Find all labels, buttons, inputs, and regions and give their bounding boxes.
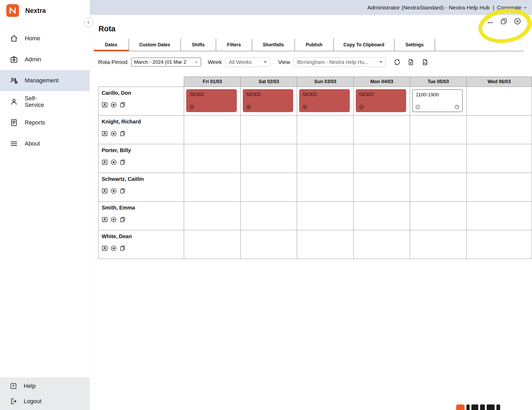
rota-cell[interactable] — [184, 173, 241, 202]
rota-cell[interactable] — [410, 144, 467, 173]
view-value: Birmingham - Nextra Help Hu... — [297, 59, 377, 65]
rota-cell[interactable]: SICKD — [184, 87, 241, 116]
sidebar-item-admin[interactable]: Admin — [0, 49, 90, 70]
sidebar-item-about[interactable]: About — [0, 133, 90, 154]
employee-profile-icon[interactable] — [101, 159, 108, 166]
employee-copy-icon[interactable] — [119, 245, 126, 252]
tab-filters[interactable]: Filters — [216, 39, 252, 51]
sidebar-item-help[interactable]: Help — [0, 378, 90, 394]
rota-cell[interactable] — [466, 202, 532, 230]
employee-copy-icon[interactable] — [119, 101, 126, 108]
tab-custom-dates[interactable]: Custom Dates — [129, 39, 181, 51]
rota-cell[interactable] — [410, 173, 467, 202]
rota-period-value: March - 2024 (01 Mar 2 — [134, 59, 194, 65]
employee-schedule-icon[interactable] — [110, 245, 117, 252]
sick-entry-block[interactable]: SICKD — [243, 89, 293, 112]
circle-grid-icon — [302, 104, 308, 110]
sidebar-item-self-service[interactable]: Self-Service — [0, 91, 90, 112]
rota-cell[interactable] — [354, 144, 410, 173]
rota-cell[interactable] — [297, 144, 354, 173]
rota-cell[interactable] — [354, 116, 410, 144]
topbar-user-text: Administrator (NextraStandard) - Nextra … — [367, 4, 490, 11]
rota-cell[interactable] — [297, 173, 354, 202]
employee-profile-icon[interactable] — [101, 101, 108, 108]
employee-actions — [101, 187, 184, 194]
employee-copy-icon[interactable] — [119, 130, 126, 137]
rota-cell[interactable] — [184, 230, 241, 259]
rota-cell[interactable] — [466, 87, 532, 116]
org-dropdown[interactable]: Corporate — [497, 4, 528, 11]
employee-cell: Porter, Billy — [98, 144, 184, 173]
view-select[interactable]: Birmingham - Nextra Help Hu... — [294, 57, 386, 67]
rota-cell[interactable] — [466, 116, 532, 144]
employee-copy-icon[interactable] — [119, 159, 126, 166]
rota-cell[interactable] — [297, 230, 354, 259]
rota-cell[interactable] — [241, 230, 297, 259]
employee-copy-icon[interactable] — [119, 187, 126, 194]
rota-cell[interactable] — [354, 173, 410, 202]
header-spacer — [98, 77, 184, 87]
rota-cell[interactable] — [297, 116, 354, 144]
export-excel-button[interactable] — [407, 58, 415, 66]
shift-entry-block[interactable]: 1100-1900 — [412, 89, 463, 112]
export-pdf-button[interactable] — [421, 58, 429, 66]
rota-cell[interactable]: SICKD — [354, 87, 410, 116]
rota-cell[interactable] — [241, 173, 297, 202]
sick-entry-block[interactable]: SICKD — [299, 89, 350, 112]
employee-profile-icon[interactable] — [101, 130, 108, 137]
sidebar-item-label: Self-Service — [25, 95, 54, 108]
rota-cell[interactable] — [466, 144, 532, 173]
rota-period-select[interactable]: March - 2024 (01 Mar 2 — [131, 58, 201, 67]
rota-cell[interactable] — [241, 116, 297, 144]
rota-cell[interactable] — [184, 202, 241, 230]
rota-cell[interactable] — [410, 202, 467, 230]
tab-settings[interactable]: Settings — [395, 39, 435, 51]
employee-profile-icon[interactable] — [101, 245, 108, 252]
rota-cell[interactable] — [354, 230, 410, 259]
employee-copy-icon[interactable] — [119, 216, 126, 223]
rota-cell[interactable]: SICKD — [297, 87, 354, 116]
rota-cell[interactable] — [410, 230, 467, 259]
rota-cell[interactable] — [241, 144, 297, 173]
tab-copy-to-clipboard[interactable]: Copy To Clipboard — [334, 39, 395, 51]
close-button[interactable] — [514, 17, 521, 25]
sick-entry-block[interactable]: SICKD — [356, 89, 406, 112]
minimize-button[interactable] — [486, 17, 494, 25]
employee-profile-icon[interactable] — [101, 216, 108, 223]
rota-cell[interactable]: SICKD — [241, 87, 297, 116]
employee-schedule-icon[interactable] — [110, 101, 117, 108]
rota-cell[interactable] — [241, 202, 297, 230]
employee-schedule-icon[interactable] — [110, 130, 117, 137]
tab-publish[interactable]: Publish — [295, 39, 334, 51]
rota-cell[interactable]: 1100-1900 — [410, 87, 467, 116]
sidebar-item-logout[interactable]: Logout — [0, 394, 90, 409]
topbar: Administrator (NextraStandard) - Nextra … — [90, 0, 532, 15]
sick-entry-block[interactable]: SICKD — [186, 89, 237, 112]
sidebar-item-management[interactable]: Management — [0, 70, 90, 91]
rota-cell[interactable] — [184, 116, 241, 144]
employee-schedule-icon[interactable] — [110, 187, 117, 194]
employee-schedule-icon[interactable] — [110, 216, 117, 223]
rota-cell[interactable] — [297, 202, 354, 230]
tab-dates[interactable]: Dates — [94, 39, 129, 51]
tab-shortfalls[interactable]: Shortfalls — [252, 39, 295, 51]
sidebar-item-reports[interactable]: Reports — [0, 112, 90, 133]
tab-shifts[interactable]: Shifts — [181, 39, 216, 51]
employee-schedule-icon[interactable] — [110, 159, 117, 166]
rota-cell[interactable] — [410, 116, 467, 144]
employee-profile-icon[interactable] — [101, 187, 108, 194]
restore-button[interactable] — [500, 17, 508, 25]
refresh-button[interactable] — [393, 58, 401, 66]
refresh-icon — [393, 58, 401, 66]
week-select[interactable]: All Weeks — [225, 57, 270, 67]
sidebar-item-home[interactable]: Home — [0, 28, 90, 49]
rota-cell[interactable] — [184, 144, 241, 173]
rota-cell[interactable] — [466, 173, 532, 202]
back-button[interactable] — [84, 18, 93, 27]
sidebar-item-label: Reports — [25, 119, 54, 126]
rota-table: Fri 01/03 Sat 02/03 Sun 03/03 Mon 04/03 … — [98, 77, 532, 259]
employee-actions — [101, 101, 184, 108]
pdf-file-icon — [421, 58, 429, 66]
rota-cell[interactable] — [354, 202, 410, 230]
rota-cell[interactable] — [466, 230, 532, 259]
